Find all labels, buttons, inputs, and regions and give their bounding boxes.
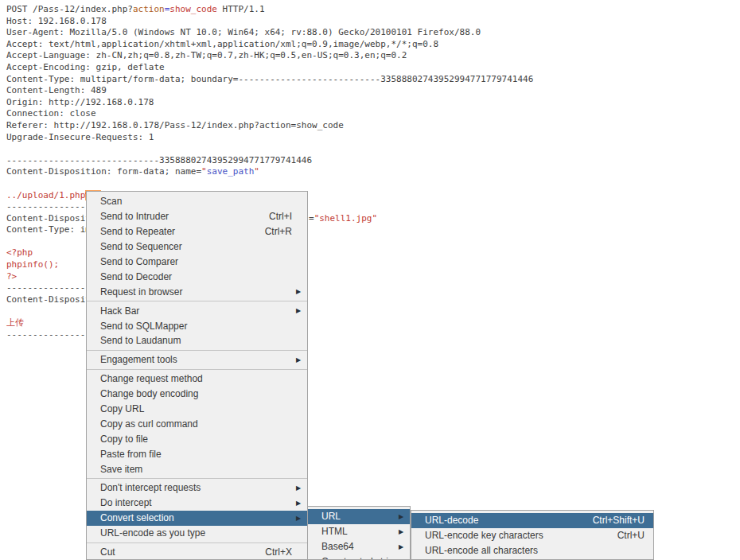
menu-item-request-in-browser[interactable]: Request in browser▶ <box>87 284 307 299</box>
menu-item-label: Send to Sequencer <box>100 241 182 252</box>
request-line-12: Upgrade-Insecure-Requests: 1 <box>6 132 533 144</box>
submenu-arrow-icon: ▶ <box>292 307 305 314</box>
menu-item-label: HTML <box>321 526 348 537</box>
text-segment: Referer: http://192.168.0.178/Pass-12/in… <box>6 120 344 130</box>
menu-item-url[interactable]: URL▶ <box>308 509 410 524</box>
convert-selection-submenu: URL▶HTML▶Base64▶Constructed string▶ <box>307 506 411 560</box>
menu-item-save-item[interactable]: Save item <box>87 461 307 476</box>
submenu-arrow-icon: ▶ <box>292 288 305 295</box>
menu-item-url-encode-all-characters[interactable]: URL-encode all characters <box>411 543 653 558</box>
text-segment: 上传 <box>6 317 24 328</box>
menu-item-label: Send to Decoder <box>100 271 172 282</box>
menu-item-label: URL-encode as you type <box>100 527 205 539</box>
context-menu: ScanSend to IntruderCtrl+ISend to Repeat… <box>86 191 308 560</box>
menu-item-base64[interactable]: Base64▶ <box>308 539 410 554</box>
menu-item-copy-as-curl-command[interactable]: Copy as curl command <box>87 416 307 431</box>
text-segment: Origin: http://192.168.0.178 <box>6 97 154 107</box>
menu-item-label: Send to Intruder <box>100 211 169 222</box>
menu-item-don-t-intercept-requests[interactable]: Don't intercept requests▶ <box>87 480 307 496</box>
text-segment: Accept-Encoding: gzip, deflate <box>6 62 165 72</box>
request-line-11: Referer: http://192.168.0.178/Pass-12/in… <box>6 120 533 132</box>
menu-item-url-decode[interactable]: URL-decodeCtrl+Shift+U <box>411 513 653 528</box>
text-segment: phpinfo(); <box>6 259 59 270</box>
menu-item-label: Convert selection <box>100 512 174 523</box>
text-segment: POST /Pass-12/index.php? <box>6 4 133 14</box>
menu-item-send-to-decoder[interactable]: Send to Decoder <box>87 269 307 284</box>
menu-item-label: Copy URL <box>100 403 144 414</box>
submenu-arrow-icon: ▶ <box>395 543 407 550</box>
menu-separator <box>87 478 307 479</box>
menu-item-label: URL-encode all characters <box>425 545 538 556</box>
menu-item-label: Engagement tools <box>100 354 177 365</box>
request-line-16 <box>6 178 533 190</box>
url-convert-submenu: URL-decodeCtrl+Shift+UURL-encode key cha… <box>411 510 654 560</box>
text-segment: " <box>254 166 259 177</box>
request-line-13 <box>6 143 533 155</box>
menu-item-send-to-repeater[interactable]: Send to RepeaterCtrl+R <box>87 224 307 239</box>
text-segment: Connection: close <box>6 108 96 119</box>
menu-item-copy-to-file[interactable]: Copy to file <box>87 431 307 446</box>
request-line-7: Content-Type: multipart/form-data; bound… <box>6 74 533 86</box>
menu-item-html[interactable]: HTML▶ <box>308 524 410 539</box>
menu-item-send-to-sequencer[interactable]: Send to Sequencer <box>87 239 307 255</box>
text-segment: Content-Dispositi <box>6 294 96 305</box>
menu-item-send-to-laudanum[interactable]: Send to Laudanum <box>87 333 307 348</box>
menu-item-change-request-method[interactable]: Change request method <box>87 371 307 387</box>
menu-item-send-to-sqlmapper[interactable]: Send to SQLMapper <box>87 318 307 333</box>
menu-item-label: Paste from file <box>100 449 162 460</box>
request-filename-fragment: ="shell1.jpg" <box>309 213 377 225</box>
request-line-4: Accept: text/html,application/xhtml+xml,… <box>6 39 533 51</box>
request-line-3: User-Agent: Mozilla/5.0 (Windows NT 10.0… <box>6 27 533 39</box>
menu-separator <box>87 350 307 351</box>
menu-item-url-encode-key-characters[interactable]: URL-encode key charactersCtrl+U <box>411 528 653 543</box>
menu-item-hack-bar[interactable]: Hack Bar▶ <box>87 303 307 318</box>
menu-item-constructed-string[interactable]: Constructed string▶ <box>308 554 410 560</box>
menu-item-send-to-intruder[interactable]: Send to IntruderCtrl+I <box>87 209 307 224</box>
menu-separator <box>87 542 307 543</box>
text-segment: Content-Disposition: form-data; name= <box>6 166 201 177</box>
menu-item-send-to-comparer[interactable]: Send to Comparer <box>87 255 307 270</box>
menu-item-label: Send to Laudanum <box>100 335 181 346</box>
menu-item-label: Base64 <box>321 541 354 552</box>
menu-item-paste-from-file[interactable]: Paste from file <box>87 446 307 461</box>
menu-item-label: Copy to file <box>100 434 148 445</box>
text-segment: ../upload/1.php <box>6 190 85 200</box>
request-line-2: Host: 192.168.0.178 <box>6 16 533 28</box>
menu-item-shortcut: Ctrl+X <box>249 546 292 558</box>
text-segment: " <box>201 166 207 177</box>
menu-item-copy-url[interactable]: Copy URL <box>87 402 307 417</box>
text-segment: Accept: text/html,application/xhtml+xml,… <box>6 39 438 49</box>
request-line-6: Accept-Encoding: gzip, deflate <box>6 62 533 74</box>
menu-item-label: Send to SQLMapper <box>100 321 187 332</box>
request-line-14: -----------------------------33588802743… <box>6 155 533 167</box>
text-segment: Content-Type: multipart/form-data; bound… <box>6 74 533 84</box>
menu-item-engagement-tools[interactable]: Engagement tools▶ <box>87 352 307 368</box>
menu-item-label: URL <box>321 511 341 522</box>
text-segment: Accept-Language: zh-CN,zh;q=0.8,zh-TW;q=… <box>6 50 407 60</box>
menu-item-label: Cut <box>100 546 115 558</box>
menu-item-shortcut: Ctrl+Shift+U <box>577 515 645 526</box>
menu-item-do-intercept[interactable]: Do intercept▶ <box>87 496 307 511</box>
text-segment: = <box>309 213 314 224</box>
menu-separator <box>87 369 307 370</box>
text-segment: Host: 192.168.0.178 <box>6 16 107 26</box>
menu-item-label: Copy as curl command <box>100 418 198 430</box>
menu-item-label: Change request method <box>100 373 203 384</box>
menu-item-shortcut: Ctrl+U <box>602 530 645 541</box>
menu-item-cut[interactable]: CutCtrl+X <box>87 545 307 560</box>
text-segment: Upgrade-Insecure-Requests: 1 <box>6 132 154 142</box>
submenu-arrow-icon: ▶ <box>292 356 305 364</box>
menu-item-label: Scan <box>100 196 122 207</box>
request-line-5: Accept-Language: zh-CN,zh;q=0.8,zh-TW;q=… <box>6 50 533 62</box>
menu-item-url-encode-as-you-type[interactable]: URL-encode as you type <box>87 526 307 541</box>
text-segment: Content-Dispositi <box>6 213 96 224</box>
text-segment: "shell1.jpg" <box>314 213 377 224</box>
menu-item-label: Save item <box>100 464 142 475</box>
menu-item-convert-selection[interactable]: Convert selection▶ <box>87 511 307 526</box>
text-segment: action <box>133 4 165 14</box>
text-segment: show_code <box>169 4 217 14</box>
text-segment: -----------------------------33588802743… <box>6 155 312 165</box>
menu-item-scan[interactable]: Scan <box>87 194 307 209</box>
text-segment: save_path <box>207 166 255 177</box>
menu-item-change-body-encoding[interactable]: Change body encoding <box>87 387 307 402</box>
